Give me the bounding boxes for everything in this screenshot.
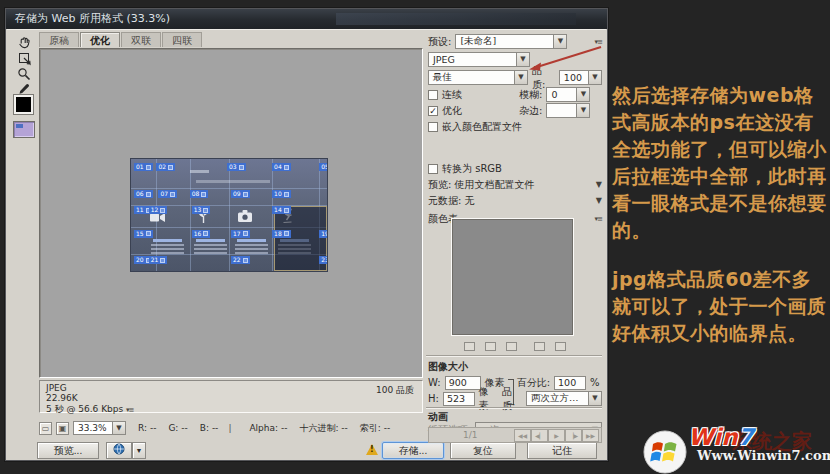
zoom-tool-button[interactable] [14, 66, 34, 82]
browser-select-arrow[interactable]: ▼ [132, 442, 146, 459]
slice-badge-05[interactable]: 05 [319, 163, 327, 171]
slice-badge-02[interactable]: 02 [156, 163, 175, 171]
slice-badge-15[interactable]: 15 [134, 230, 153, 238]
matte-dropdown-arrow-icon[interactable]: ▼ [576, 104, 589, 117]
slice-badge-23[interactable]: 23 [319, 256, 327, 264]
download-speed-menu-icon[interactable]: ▾≡ [126, 406, 133, 414]
color-table-area[interactable] [452, 219, 573, 335]
index-readout: 索引: -- [360, 422, 390, 435]
lock-color-icon[interactable] [506, 342, 517, 351]
color-table-menu-icon[interactable]: ▾≡ [595, 215, 602, 223]
optimized-preview-image[interactable]: 0102030405060708091011121314151617181920… [131, 159, 327, 271]
slice-badge-06[interactable]: 06 [134, 190, 153, 198]
preview-mode-arrow-icon[interactable]: ▼ [596, 180, 602, 189]
map-transparency-icon[interactable] [464, 342, 475, 351]
slice-badge-13[interactable]: 13 [192, 206, 211, 214]
blur-slider-arrow-icon[interactable]: ▼ [576, 88, 589, 101]
quality-slider-arrow-icon[interactable]: ▼ [588, 71, 601, 84]
slice-state-icon [243, 192, 248, 197]
slice-badge-19[interactable]: 19 [319, 230, 327, 238]
slice-badge-04[interactable]: 04 [272, 163, 291, 171]
slice-badge-09[interactable]: 09 [231, 190, 250, 198]
web-shift-icon[interactable] [485, 342, 496, 351]
settings-panel: 预设: [未命名] ▼ ▾≡ JPEG ▼ 最佳 ▼ 品质: 100 ▼ [424, 31, 604, 443]
quality-field[interactable]: 100 ▼ [559, 70, 602, 85]
watermark-brand: Win7 [688, 424, 754, 450]
tab-4up[interactable]: 四联 [162, 32, 202, 47]
metadata-dropdown[interactable]: 元数据: 无 ▼ [428, 194, 602, 208]
preview-mode-label: 预览: [428, 178, 451, 192]
zoom-dropdown-arrow-icon[interactable]: ▼ [112, 422, 125, 434]
preview-mode-dropdown[interactable]: 预览: 使用文档配置文件 ▼ [428, 178, 602, 192]
slice-badge-03[interactable]: 03 [227, 163, 246, 171]
preview-button[interactable]: 预览... [37, 442, 99, 459]
slice-badge-12[interactable]: 12 [149, 206, 168, 214]
embed-profile-checkbox[interactable] [428, 122, 438, 132]
previous-frame-button: ◀▏ [531, 429, 548, 442]
slice-state-icon [284, 231, 289, 236]
panel-menu-icon[interactable]: ▾≡ [595, 38, 602, 46]
slice-badge-16[interactable]: 16 [192, 230, 211, 238]
slice-badge-22[interactable]: 22 [231, 256, 250, 264]
slice-badge-07[interactable]: 07 [158, 190, 177, 198]
height-field[interactable]: 523 [443, 392, 475, 406]
tab-original[interactable]: 原稿 [39, 32, 79, 47]
slice-state-icon [284, 165, 289, 170]
format-dropdown-arrow-icon[interactable]: ▼ [516, 53, 529, 66]
zoom-level-dropdown[interactable]: 33.3% ▼ [73, 421, 126, 435]
eyedropper-color-swatch[interactable] [14, 95, 33, 114]
preview-canvas[interactable]: 0102030405060708091011121314151617181920… [39, 48, 423, 378]
tab-optimized[interactable]: 优化 [80, 32, 120, 47]
hex-readout: 十六进制: -- [299, 422, 347, 435]
slice-badge-21[interactable]: 21 [149, 256, 168, 264]
zoom-out-button[interactable]: ▭ [39, 422, 52, 435]
slice-badge-17[interactable]: 17 [231, 230, 250, 238]
slice-state-icon [146, 165, 151, 170]
toggle-slices-visibility-button[interactable] [13, 121, 35, 138]
remember-button[interactable]: 记住 [527, 442, 597, 459]
reset-button[interactable]: 复位 [450, 442, 516, 459]
preview-in-browser-button[interactable] [106, 442, 132, 459]
width-field[interactable]: 900 [445, 376, 481, 390]
slice-state-icon [243, 231, 248, 236]
slice-badge-18[interactable]: 18 [272, 230, 291, 238]
slice-state-icon [203, 231, 208, 236]
percent-field[interactable]: 100 [554, 376, 586, 390]
height-label: H: [428, 393, 439, 404]
globe-icon [113, 443, 125, 455]
slice-badge-01[interactable]: 01 [134, 163, 153, 171]
metadata-arrow-icon[interactable]: ▼ [596, 196, 602, 205]
hand-tool-button[interactable] [14, 34, 34, 50]
slice-select-tool-button[interactable] [14, 50, 34, 66]
matte-field[interactable]: ▼ [546, 103, 590, 118]
resample-arrow-icon[interactable]: ▼ [588, 392, 601, 405]
progressive-checkbox[interactable] [428, 90, 438, 100]
new-color-icon[interactable] [534, 342, 545, 351]
zoom-in-button[interactable]: ▣ [56, 422, 69, 435]
preset-dropdown[interactable]: [未命名] ▼ [455, 34, 567, 49]
tab-2up[interactable]: 双联 [121, 32, 161, 47]
slice-badge-14[interactable]: 14 [272, 206, 291, 214]
delete-color-icon[interactable] [555, 342, 566, 351]
slice-state-icon [243, 258, 248, 263]
resample-quality-dropdown[interactable]: 两次立方（较锐... ▼ [526, 391, 602, 406]
blur-field[interactable]: 0 ▼ [546, 87, 590, 102]
feature-text-placeholder [231, 239, 272, 254]
hand-icon [17, 35, 32, 50]
animation-title: 动画 [428, 410, 448, 424]
compression-dropdown-arrow-icon[interactable]: ▼ [514, 71, 527, 84]
slice-state-icon [201, 192, 206, 197]
optimized-checkbox[interactable]: ✓ [428, 106, 438, 116]
slice-state-icon [239, 165, 244, 170]
save-button[interactable]: 存储... [382, 442, 444, 459]
slice-badge-10[interactable]: 10 [272, 190, 291, 198]
slice-badge-08[interactable]: 08 [190, 190, 209, 198]
format-dropdown[interactable]: JPEG ▼ [428, 52, 530, 67]
preset-dropdown-arrow-icon[interactable]: ▼ [553, 35, 566, 48]
convert-srgb-checkbox[interactable] [428, 164, 438, 174]
status-bar: ▭ ▣ 33.3% ▼ R: -- G: -- B: -- | Alpha: -… [39, 418, 423, 438]
dialog-titlebar[interactable]: 存储为 Web 所用格式 (33.3%) [6, 9, 607, 29]
dialog-title: 存储为 Web 所用格式 (33.3%) [15, 12, 170, 25]
play-button: ▶ [548, 429, 565, 442]
compression-quality-dropdown[interactable]: 最佳 ▼ [428, 70, 528, 85]
